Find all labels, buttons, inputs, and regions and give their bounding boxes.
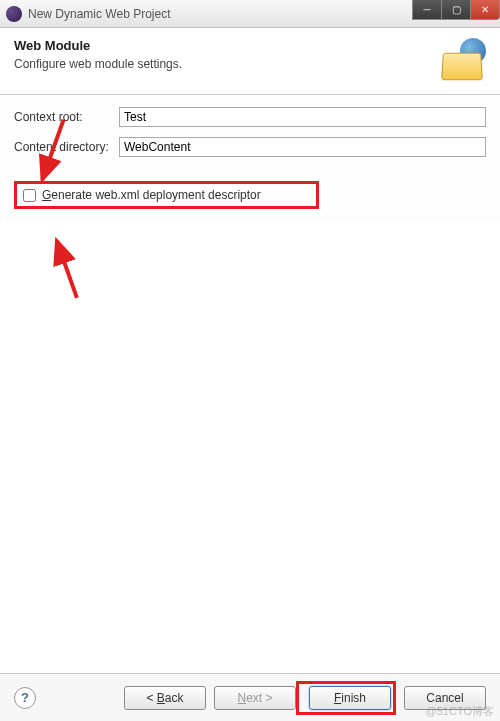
content-directory-label: Content directory: [14,140,119,154]
window-title: New Dynamic Web Project [28,7,171,21]
finish-button[interactable]: Finish [309,686,391,710]
annotation-arrow-icon [47,227,100,313]
window-controls: ─ ▢ ✕ [413,0,500,20]
maximize-button[interactable]: ▢ [441,0,471,20]
watermark: @51CTO博客 [426,704,494,719]
close-button[interactable]: ✕ [470,0,500,20]
page-title: Web Module [14,38,182,53]
help-button[interactable]: ? [14,687,36,709]
content-directory-row: Content directory: [14,137,486,157]
wizard-content: Context root: Content directory: GGenera… [0,95,500,221]
context-root-label: Context root: [14,110,119,124]
back-button[interactable]: < Back [124,686,206,710]
titlebar: New Dynamic Web Project ─ ▢ ✕ [0,0,500,28]
generate-webxml-label: GGenerate web.xml deployment descriptore… [42,188,261,202]
page-subtitle: Configure web module settings. [14,57,182,71]
context-root-input[interactable] [119,107,486,127]
minimize-button[interactable]: ─ [412,0,442,20]
content-directory-input[interactable] [119,137,486,157]
next-button: Next > [214,686,296,710]
finish-highlight: Finish [296,681,396,715]
eclipse-icon [6,6,22,22]
wizard-header: Web Module Configure web module settings… [0,28,500,95]
svg-line-3 [57,239,77,300]
context-root-row: Context root: [14,107,486,127]
web-folder-icon [440,38,486,80]
generate-webxml-row[interactable]: GGenerate web.xml deployment descriptore… [14,181,319,209]
generate-webxml-checkbox[interactable] [23,189,36,202]
